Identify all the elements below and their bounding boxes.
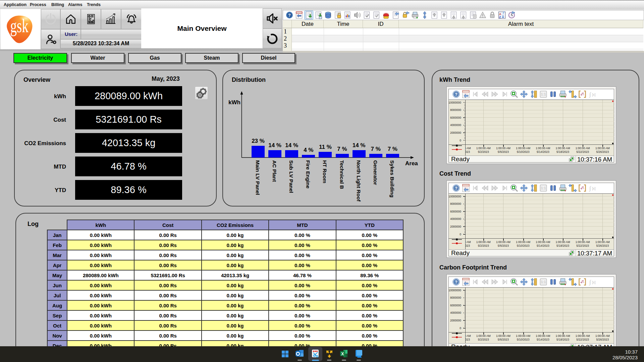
svg-text:[x]: [x] (592, 93, 596, 97)
svg-text:Z: Z (499, 15, 501, 19)
svg-text:1:1: 1:1 (541, 93, 546, 96)
svg-text:?: ? (288, 13, 290, 18)
svg-text:X: X (341, 352, 344, 356)
svg-text:?: ? (455, 186, 457, 191)
svg-text:?: ? (455, 280, 457, 285)
svg-text:1:1: 1:1 (541, 186, 546, 190)
svg-text:?: ? (455, 92, 457, 97)
svg-text:[x]: [x] (592, 187, 596, 190)
svg-text:1:1: 1:1 (541, 280, 546, 284)
svg-text:[x]: [x] (592, 281, 596, 284)
svg-text:∫: ∫ (589, 279, 591, 286)
svg-text:∫: ∫ (589, 91, 591, 98)
svg-text:∫: ∫ (589, 185, 591, 192)
svg-text:gsk: gsk (10, 15, 29, 36)
